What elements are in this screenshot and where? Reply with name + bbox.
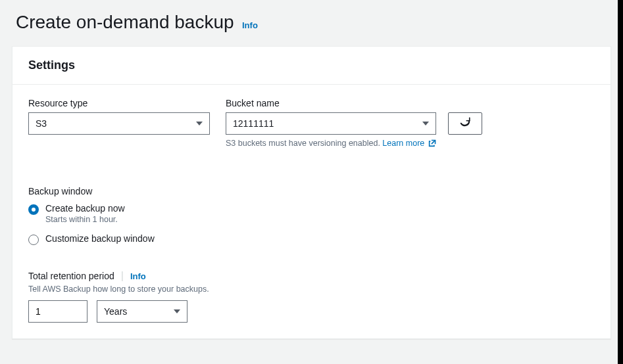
bucket-helper-text: S3 buckets must have versioning enabled.… bbox=[226, 139, 482, 149]
caret-down-icon bbox=[189, 120, 209, 127]
resource-type-label: Resource type bbox=[28, 98, 210, 108]
external-link-icon bbox=[428, 139, 437, 149]
settings-heading: Settings bbox=[28, 58, 595, 72]
refresh-button[interactable] bbox=[448, 112, 482, 135]
retention-label: Total retention period bbox=[28, 271, 114, 281]
radio-icon bbox=[28, 235, 39, 245]
radio-desc: Starts within 1 hour. bbox=[45, 215, 125, 224]
caret-down-icon bbox=[167, 307, 187, 315]
resource-type-select[interactable]: S3 bbox=[28, 112, 210, 135]
refresh-icon bbox=[459, 116, 471, 131]
bucket-name-label: Bucket name bbox=[226, 98, 482, 108]
retention-unit-value: Years bbox=[97, 306, 167, 317]
info-link-retention[interactable]: Info bbox=[130, 271, 146, 281]
retention-unit-select[interactable]: Years bbox=[97, 300, 187, 323]
radio-label: Create backup now bbox=[45, 203, 125, 214]
page-title: Create on-demand backup bbox=[16, 12, 234, 33]
info-link-header[interactable]: Info bbox=[242, 20, 258, 30]
retention-desc: Tell AWS Backup how long to store your b… bbox=[28, 284, 595, 294]
window-edge bbox=[618, 0, 623, 364]
radio-customize-backup-window[interactable]: Customize backup window bbox=[28, 233, 595, 245]
radio-icon bbox=[28, 204, 39, 215]
divider: | bbox=[121, 270, 124, 282]
retention-value-input[interactable] bbox=[28, 300, 87, 323]
learn-more-link[interactable]: Learn more bbox=[382, 139, 424, 148]
bucket-name-value: 12111111 bbox=[226, 118, 416, 129]
backup-window-label: Backup window bbox=[28, 186, 595, 196]
settings-panel: Settings Resource type S3 Bucket name 12… bbox=[12, 46, 611, 339]
caret-down-icon bbox=[416, 120, 436, 127]
radio-create-backup-now[interactable]: Create backup now Starts within 1 hour. bbox=[28, 203, 595, 224]
bucket-name-select[interactable]: 12111111 bbox=[226, 112, 436, 135]
resource-type-value: S3 bbox=[29, 118, 189, 129]
radio-label: Customize backup window bbox=[45, 233, 155, 244]
